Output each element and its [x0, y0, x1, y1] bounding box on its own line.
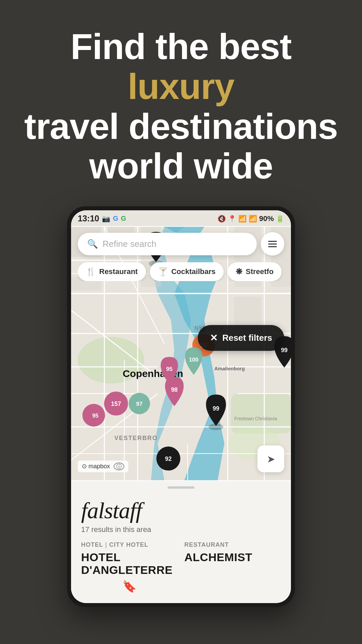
phone-wrapper: 13:10 📷 G G 🔇 📍 📶 📶 90% 🔋: [0, 206, 362, 607]
svg-text:VESTERBRO: VESTERBRO: [114, 435, 158, 442]
status-icons: 🔇 📍 📶 📶 90% 🔋: [218, 214, 284, 223]
wifi-icon: 📶: [238, 215, 247, 223]
status-g-icon: G: [113, 215, 118, 222]
mapbox-attribution: ⊙ mapbox ⓘ: [78, 461, 128, 472]
results-count: 17 results in this area: [81, 525, 281, 534]
chip-streetfood-label: Streetfo: [246, 267, 274, 276]
info-icon[interactable]: ⓘ: [114, 463, 124, 470]
status-bar: 13:10 📷 G G 🔇 📍 📶 📶 90% 🔋: [71, 210, 291, 226]
svg-text:95: 95: [166, 366, 173, 372]
svg-text:Freetown Christiania: Freetown Christiania: [234, 416, 277, 421]
bookmark-icon: 🔖: [122, 580, 136, 593]
location-button[interactable]: ➤: [257, 445, 284, 472]
chip-streetfood[interactable]: ❋ Streetfo: [228, 262, 282, 281]
hero-title: Find the best luxury travel destinations…: [17, 27, 345, 186]
svg-text:99: 99: [281, 347, 288, 354]
reset-filters-button[interactable]: ✕ Reset filters: [198, 325, 284, 351]
search-bar[interactable]: 🔍 Refine search: [78, 232, 284, 256]
result-item-hotel[interactable]: HOTEL | CITY HOTEL HOTEL D'ANGLETERRE 🔖: [81, 541, 178, 593]
hero-line3: world wide: [89, 146, 273, 186]
svg-text:97: 97: [136, 401, 142, 407]
phone-screen: 13:10 📷 G G 🔇 📍 📶 📶 90% 🔋: [71, 210, 291, 603]
result-category-hotel: HOTEL | CITY HOTEL: [81, 541, 178, 548]
chip-restaurant-label: Restaurant: [99, 267, 138, 276]
svg-text:157: 157: [111, 400, 121, 407]
hero-line1: Find the best: [71, 26, 292, 67]
restaurant-icon: 🍴: [86, 267, 96, 276]
handle-bar: [168, 486, 194, 489]
search-icon: 🔍: [87, 239, 98, 249]
search-placeholder: Refine search: [103, 239, 156, 249]
brand-logo: falstaff: [81, 497, 281, 524]
result-category-restaurant: RESTAURANT: [184, 541, 281, 548]
mute-icon: 🔇: [218, 215, 226, 223]
battery-icon: 🔋: [276, 215, 284, 223]
result-name-restaurant: ALCHEMIST: [184, 551, 281, 564]
map-container[interactable]: VESTERBRO NYBODER Amalienborg Freetown C…: [71, 226, 291, 481]
bottom-panel: falstaff 17 results in this area HOTEL |…: [71, 481, 291, 603]
drag-handle[interactable]: [71, 481, 291, 494]
cocktailbars-icon: 🍸: [158, 267, 168, 276]
svg-text:98: 98: [171, 386, 178, 393]
search-input-wrap[interactable]: 🔍 Refine search: [78, 233, 257, 255]
chip-restaurant[interactable]: 🍴 Restaurant: [78, 262, 146, 281]
panel-content: falstaff 17 results in this area HOTEL |…: [71, 494, 291, 603]
svg-text:100: 100: [189, 357, 198, 363]
chip-cocktailbars-label: Cocktailbars: [171, 267, 216, 276]
hero-line2: travel destinations: [24, 106, 338, 147]
mapbox-logo-text: mapbox: [88, 463, 110, 470]
battery-level: 90%: [259, 214, 274, 223]
svg-text:Amalienborg: Amalienborg: [214, 366, 245, 371]
svg-text:92: 92: [165, 455, 172, 462]
svg-text:95: 95: [92, 413, 99, 419]
chip-cocktailbars[interactable]: 🍸 Cocktailbars: [150, 262, 224, 281]
category-chips: 🍴 Restaurant 🍸 Cocktailbars ❋ Streetfo: [78, 262, 291, 281]
location-icon: 📍: [228, 215, 236, 223]
status-g2-icon: G: [121, 215, 126, 222]
signal-icon: 📶: [249, 215, 257, 223]
streetfood-icon: ❋: [236, 267, 242, 276]
menu-icon: [268, 241, 277, 247]
phone-mockup: 13:10 📷 G G 🔇 📍 📶 📶 90% 🔋: [67, 206, 295, 607]
menu-button[interactable]: [261, 232, 284, 256]
status-left: 13:10 📷 G G: [78, 214, 126, 223]
mapbox-logo-circle: ⊙: [82, 463, 87, 470]
bookmark-button-hotel[interactable]: 🔖: [81, 580, 178, 593]
status-camera-icon: 📷: [102, 215, 110, 223]
close-icon: ✕: [210, 332, 218, 343]
reset-filters-label: Reset filters: [222, 333, 272, 343]
hero-section: Find the best luxury travel destinations…: [0, 0, 362, 206]
navigation-icon: ➤: [267, 453, 275, 465]
result-item-restaurant[interactable]: RESTAURANT ALCHEMIST: [184, 541, 281, 593]
svg-text:99: 99: [213, 405, 219, 412]
hero-luxury: luxury: [128, 66, 234, 107]
result-name-hotel: HOTEL D'ANGLETERRE: [81, 551, 178, 576]
status-time: 13:10: [78, 214, 99, 223]
results-grid: HOTEL | CITY HOTEL HOTEL D'ANGLETERRE 🔖 …: [81, 541, 281, 593]
